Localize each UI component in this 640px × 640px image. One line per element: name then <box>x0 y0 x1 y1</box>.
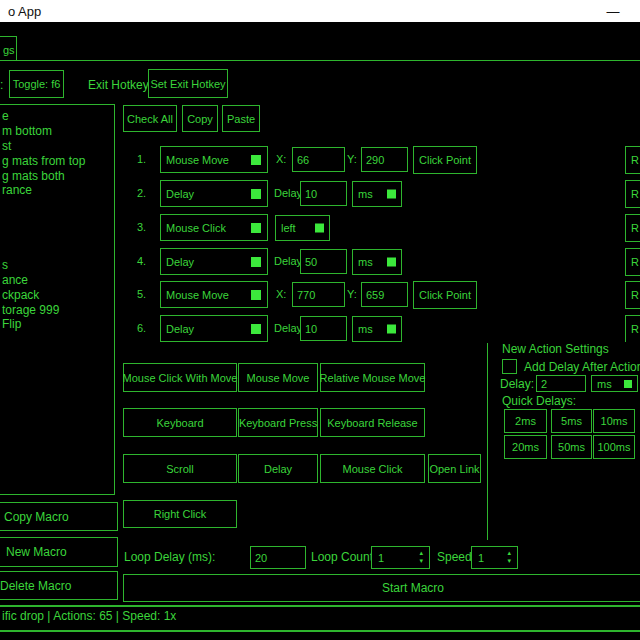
action-type-value: Delay <box>166 188 194 200</box>
action-type-dropdown[interactable]: Delay <box>160 248 268 275</box>
add-keyboard-release-button[interactable]: Keyboard Release <box>320 408 425 437</box>
set-exit-hotkey-button[interactable]: Set Exit Hotkey <box>148 69 228 98</box>
action-type-value: Mouse Click <box>166 222 226 234</box>
dropdown-indicator-icon <box>251 257 261 267</box>
dropdown-indicator-icon <box>387 325 396 334</box>
loop-delay-input[interactable] <box>250 546 306 569</box>
loop-count-stepper[interactable]: 1 ▴▾ <box>371 546 430 569</box>
add-right-click-button[interactable]: Right Click <box>123 500 237 528</box>
copy-button[interactable]: Copy <box>182 105 218 132</box>
window-title: o App <box>8 4 41 19</box>
row-number: 3. <box>137 221 146 233</box>
quick-delay-50ms-button[interactable]: 50ms <box>551 435 592 459</box>
check-all-button[interactable]: Check All <box>123 105 177 132</box>
delay-label: Delay <box>274 322 302 334</box>
delay-unit-dropdown[interactable]: ms <box>352 316 402 342</box>
speed-value: 1 <box>478 552 484 564</box>
dropdown-indicator-icon <box>251 155 261 165</box>
row-number: 4. <box>137 255 146 267</box>
dropdown-indicator-icon <box>251 324 261 334</box>
delay-input[interactable] <box>300 316 347 341</box>
y-input[interactable] <box>361 147 408 172</box>
new-action-settings-title: New Action Settings <box>502 342 609 356</box>
list-item[interactable]: m bottom <box>0 124 114 139</box>
quick-delay-10ms-button[interactable]: 10ms <box>593 409 635 433</box>
x-label: X: <box>276 288 286 300</box>
title-bar: o App — <box>0 0 640 22</box>
remove-button[interactable]: R <box>625 214 640 242</box>
remove-button[interactable]: R <box>625 146 640 174</box>
status-bar-text: ific drop | Actions: 65 | Speed: 1x <box>2 609 176 623</box>
row-number: 6. <box>137 322 146 334</box>
dropdown-indicator-icon <box>315 224 324 233</box>
dropdown-indicator-icon <box>251 189 261 199</box>
remove-button[interactable]: R <box>625 281 640 309</box>
x-input[interactable] <box>292 147 345 172</box>
delay-unit-dropdown[interactable]: ms <box>352 181 402 207</box>
add-mouse-click-button[interactable]: Mouse Click <box>320 454 425 483</box>
list-item[interactable]: e <box>0 109 114 124</box>
toggle-hotkey-button[interactable]: Toggle: f6 <box>9 70 64 98</box>
remove-button[interactable]: R <box>625 180 640 208</box>
delay-unit-dropdown[interactable]: ms <box>352 249 402 275</box>
delay-unit-value: ms <box>358 323 373 335</box>
action-rows-panel[interactable]: 1. Mouse Move X: Y: Click Point R 2. Del… <box>0 140 640 342</box>
dropdown-indicator-icon <box>387 190 396 199</box>
delete-macro-button[interactable]: Delete Macro <box>0 571 118 600</box>
y-input[interactable] <box>361 282 408 307</box>
delay-input[interactable] <box>300 249 347 274</box>
add-keyboard-button[interactable]: Keyboard <box>123 408 237 437</box>
exit-hotkey-label: Exit Hotkey: <box>88 78 152 92</box>
delay-unit-value: ms <box>358 188 373 200</box>
row-number: 2. <box>137 187 146 199</box>
quick-delay-100ms-button[interactable]: 100ms <box>593 435 635 459</box>
remove-button[interactable]: R <box>625 315 640 342</box>
delay-input[interactable] <box>300 181 347 206</box>
add-open-link-button[interactable]: Open Link <box>428 454 481 483</box>
settings-delay-unit-dropdown[interactable]: ms <box>591 375 638 392</box>
settings-delay-input[interactable] <box>536 375 586 392</box>
action-type-value: Mouse Move <box>166 289 229 301</box>
mouse-button-value: left <box>281 222 296 234</box>
quick-delay-5ms-button[interactable]: 5ms <box>551 409 592 433</box>
x-input[interactable] <box>292 282 345 307</box>
action-type-dropdown[interactable]: Delay <box>160 180 268 207</box>
dropdown-indicator-icon <box>251 223 261 233</box>
speed-stepper[interactable]: 1 ▴▾ <box>471 546 518 569</box>
tab-underline <box>16 60 640 61</box>
action-type-value: Delay <box>166 323 194 335</box>
add-keyboard-press-button[interactable]: Keyboard Press <box>238 408 318 437</box>
paste-button[interactable]: Paste <box>222 105 260 132</box>
status-bar-top-line <box>0 605 640 607</box>
stepper-arrows-icon[interactable]: ▴▾ <box>507 549 511 565</box>
mouse-button-dropdown[interactable]: left <box>275 215 330 241</box>
action-type-value: Mouse Move <box>166 154 229 166</box>
add-mouse-move-button[interactable]: Mouse Move <box>238 363 318 392</box>
action-type-dropdown[interactable]: Delay <box>160 315 268 342</box>
action-type-dropdown[interactable]: Mouse Move <box>160 146 268 173</box>
minimize-button[interactable]: — <box>598 0 628 22</box>
tab-settings[interactable]: gs <box>0 36 17 61</box>
copy-macro-button[interactable]: Copy Macro <box>0 502 118 531</box>
add-scroll-button[interactable]: Scroll <box>123 454 237 483</box>
y-label: Y: <box>347 288 357 300</box>
remove-button[interactable]: R <box>625 248 640 276</box>
quick-delay-2ms-button[interactable]: 2ms <box>504 409 547 433</box>
add-relative-mouse-move-button[interactable]: Relative Mouse Move <box>320 363 425 392</box>
click-point-button[interactable]: Click Point <box>413 146 477 174</box>
add-delay-button[interactable]: Delay <box>238 454 318 483</box>
add-mouse-click-with-move-button[interactable]: Mouse Click With Move <box>123 363 237 392</box>
delay-unit-value: ms <box>358 256 373 268</box>
action-type-dropdown[interactable]: Mouse Click <box>160 214 268 241</box>
quick-delay-20ms-button[interactable]: 20ms <box>504 435 547 459</box>
start-macro-button[interactable]: Start Macro <box>123 574 640 602</box>
action-type-dropdown[interactable]: Mouse Move <box>160 281 268 308</box>
row-number: 1. <box>137 153 146 165</box>
stepper-arrows-icon[interactable]: ▴▾ <box>419 549 423 565</box>
loop-count-label: Loop Count: <box>311 550 376 564</box>
new-macro-button[interactable]: New Macro <box>0 537 118 567</box>
delay-label: Delay <box>274 255 302 267</box>
add-delay-after-action-checkbox[interactable] <box>502 359 517 374</box>
tab-settings-label: gs <box>3 44 15 56</box>
click-point-button[interactable]: Click Point <box>413 281 477 309</box>
